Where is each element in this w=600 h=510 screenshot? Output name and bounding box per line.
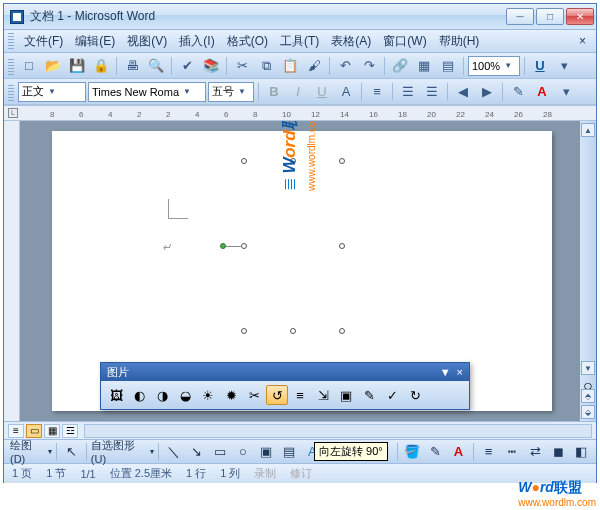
line-style-icon[interactable]: ≡	[289, 385, 311, 405]
resize-handle-se[interactable]	[339, 328, 345, 334]
chevron-down-icon[interactable]: ▼	[504, 61, 512, 70]
toolbar-handle[interactable]	[8, 83, 14, 101]
menu-file[interactable]: 文件(F)	[18, 31, 69, 52]
increase-indent-icon[interactable]: ▶	[476, 82, 498, 102]
tables-borders-icon[interactable]: ▦	[413, 56, 435, 76]
resize-handle-s[interactable]	[290, 328, 296, 334]
menu-view[interactable]: 视图(V)	[121, 31, 173, 52]
compress-icon[interactable]: ⇲	[312, 385, 334, 405]
resize-handle-ne[interactable]	[339, 158, 345, 164]
title-bar[interactable]: 文档 1 - Microsoft Word ─ □ ✕	[4, 4, 596, 30]
color-mode-icon[interactable]: ◐	[128, 385, 150, 405]
save-icon[interactable]: 💾	[66, 56, 88, 76]
outline-view-icon[interactable]: ☲	[62, 424, 78, 438]
next-page-icon[interactable]: ⬙	[581, 405, 595, 419]
format-painter-icon[interactable]: 🖌	[303, 56, 325, 76]
resize-handle-nw[interactable]	[241, 158, 247, 164]
decrease-indent-icon[interactable]: ◀	[452, 82, 474, 102]
highlight-icon[interactable]: ✎	[507, 82, 529, 102]
less-contrast-icon[interactable]: ◒	[174, 385, 196, 405]
copy-icon[interactable]: ⧉	[255, 56, 277, 76]
permissions-icon[interactable]: 🔒	[90, 56, 112, 76]
textbox-icon[interactable]: ▣	[255, 442, 276, 462]
research-icon[interactable]: 📚	[200, 56, 222, 76]
font-color-draw-icon[interactable]: A	[448, 442, 469, 462]
menu-help[interactable]: 帮助(H)	[433, 31, 486, 52]
more-contrast-icon[interactable]: ◑	[151, 385, 173, 405]
align-distribute-icon[interactable]: ≡	[366, 82, 388, 102]
web-layout-view-icon[interactable]: ▦	[44, 424, 60, 438]
menu-tools[interactable]: 工具(T)	[274, 31, 325, 52]
spellcheck-icon[interactable]: ✔	[176, 56, 198, 76]
more-icon[interactable]: ▾	[555, 82, 577, 102]
bulleted-list-icon[interactable]: ☰	[421, 82, 443, 102]
picture-toolbar-header[interactable]: 图片 ▼×	[101, 363, 469, 381]
menu-table[interactable]: 表格(A)	[325, 31, 377, 52]
hyperlink-icon[interactable]: 🔗	[389, 56, 411, 76]
print-icon[interactable]: 🖶	[121, 56, 143, 76]
line-color-icon[interactable]: ✎	[425, 442, 446, 462]
underline-icon[interactable]: U	[311, 82, 333, 102]
vertical-ruler[interactable]	[4, 121, 20, 421]
paste-icon[interactable]: 📋	[279, 56, 301, 76]
underline-icon[interactable]: U	[529, 56, 551, 76]
fill-color-icon[interactable]: 🪣	[402, 442, 423, 462]
undo-icon[interactable]: ↶	[334, 56, 356, 76]
line-style-icon[interactable]: ≡	[478, 442, 499, 462]
arrow-style-icon[interactable]: ⇄	[524, 442, 545, 462]
autoshapes-menu[interactable]: 自选图形(U)	[91, 438, 148, 465]
doc-close-button[interactable]: ×	[573, 34, 592, 48]
bold-icon[interactable]: B	[263, 82, 285, 102]
print-layout-view-icon[interactable]: ▭	[26, 424, 42, 438]
vertical-textbox-icon[interactable]: ▤	[279, 442, 300, 462]
maximize-button[interactable]: □	[536, 8, 564, 25]
scroll-up-icon[interactable]: ▲	[581, 123, 595, 137]
rotate-left-icon[interactable]: ↺	[266, 385, 288, 405]
open-icon[interactable]: 📂	[42, 56, 64, 76]
chevron-down-icon[interactable]: ▼	[48, 87, 56, 96]
resize-handle-e[interactable]	[339, 243, 345, 249]
line-icon[interactable]: ＼	[163, 442, 184, 462]
italic-icon[interactable]: I	[287, 82, 309, 102]
prev-page-icon[interactable]: ⬘	[581, 389, 595, 403]
chevron-down-icon[interactable]: ▼	[238, 87, 246, 96]
rectangle-icon[interactable]: ▭	[209, 442, 230, 462]
horizontal-ruler[interactable]: L 8642246810121416182022242628	[4, 105, 596, 121]
scroll-thumb[interactable]	[581, 139, 595, 359]
menu-edit[interactable]: 编辑(E)	[69, 31, 121, 52]
menu-insert[interactable]: 插入(I)	[173, 31, 220, 52]
chevron-down-icon[interactable]: ▼	[183, 87, 191, 96]
text-wrap-icon[interactable]: ▣	[335, 385, 357, 405]
more-brightness-icon[interactable]: ☀	[197, 385, 219, 405]
menu-window[interactable]: 窗口(W)	[377, 31, 432, 52]
horizontal-scrollbar[interactable]	[84, 424, 592, 438]
oval-icon[interactable]: ○	[232, 442, 253, 462]
more-icon[interactable]: ▾	[553, 56, 575, 76]
insert-picture-icon[interactable]: 🖼	[105, 385, 127, 405]
arrow-icon[interactable]: ↘	[186, 442, 207, 462]
scroll-down-icon[interactable]: ▼	[581, 361, 595, 375]
numbered-list-icon[interactable]: ☰	[397, 82, 419, 102]
toolbar-close-icon[interactable]: ×	[457, 366, 463, 378]
toolbar-handle[interactable]	[8, 33, 14, 49]
close-button[interactable]: ✕	[566, 8, 594, 25]
font-combo[interactable]: Times New Roma▼	[88, 82, 206, 102]
normal-view-icon[interactable]: ≡	[8, 424, 24, 438]
vertical-scrollbar[interactable]: ▲ ▼ ○ ⬘ ⬙	[580, 121, 596, 421]
reset-picture-icon[interactable]: ↻	[404, 385, 426, 405]
toolbar-handle[interactable]	[8, 57, 14, 75]
text-border-icon[interactable]: A	[335, 82, 357, 102]
cut-icon[interactable]: ✂	[231, 56, 253, 76]
format-picture-icon[interactable]: ✎	[358, 385, 380, 405]
draw-menu[interactable]: 绘图(D)	[10, 438, 46, 465]
transparent-icon[interactable]: ✓	[381, 385, 403, 405]
resize-handle-sw[interactable]	[241, 328, 247, 334]
zoom-combo[interactable]: 100%▼	[468, 56, 520, 76]
select-pointer-icon[interactable]: ↖	[61, 442, 82, 462]
picture-toolbar[interactable]: 图片 ▼× 🖼 ◐ ◑ ◒ ☀ ✹ ✂ ↺ ≡ ⇲ ▣ ✎ ✓ ↻	[100, 362, 470, 410]
font-size-combo[interactable]: 五号▼	[208, 82, 254, 102]
crop-icon[interactable]: ✂	[243, 385, 265, 405]
new-doc-icon[interactable]: □	[18, 56, 40, 76]
selected-image-object[interactable]: ≣ Word联盟 www.wordlm.com	[244, 161, 342, 331]
minimize-button[interactable]: ─	[506, 8, 534, 25]
